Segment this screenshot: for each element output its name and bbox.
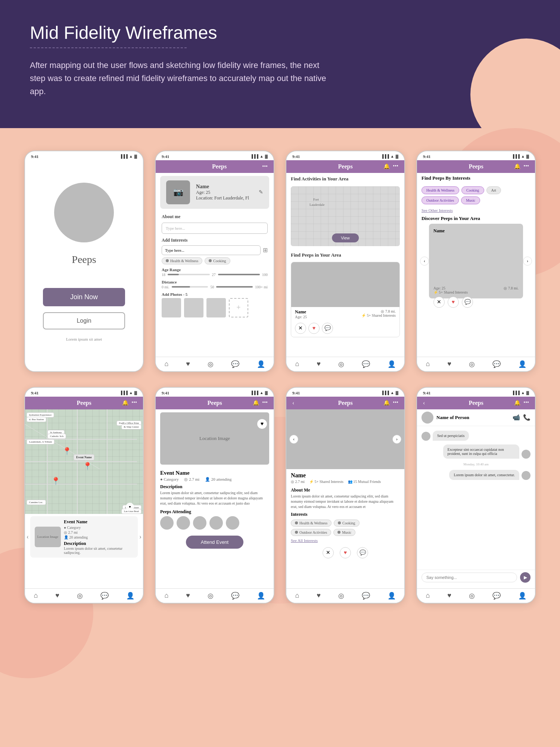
nav-chat-7[interactable]: 💬 [362,592,370,600]
user-tag-cooking[interactable]: Cooking [334,520,359,527]
event-carousel-left[interactable]: ‹ [27,533,29,541]
join-now-button[interactable]: Join Now [43,288,125,306]
phone-call-icon[interactable]: 📞 [523,414,531,421]
more-icon-5[interactable]: ••• [131,400,137,406]
nav-chat-4[interactable]: 💬 [492,360,501,368]
bell-icon-8[interactable]: 🔔 [514,400,520,406]
bell-icon-3[interactable]: 🔔 [383,163,390,170]
nav-location-6[interactable]: ◎ [208,592,214,600]
event-like-btn[interactable]: ♥ [257,419,267,429]
nav-person-8[interactable]: 👤 [518,592,526,600]
nav-heart-3[interactable]: ♥ [317,360,321,368]
dist-track[interactable] [172,286,208,288]
nav-location-7[interactable]: ◎ [338,592,344,600]
edit-icon[interactable]: ✎ [259,189,263,195]
nav-location-8[interactable]: ◎ [469,592,475,600]
age-range-track-2[interactable] [218,274,260,275]
nav-heart-7[interactable]: ♥ [317,592,321,599]
filter-cooking[interactable]: Cooking [461,186,484,194]
about-input[interactable]: Type here... [162,223,268,234]
nav-home-6[interactable]: ⌂ [164,592,168,599]
nav-person-4[interactable]: 👤 [518,360,526,368]
nav-home-3[interactable]: ⌂ [295,360,299,368]
nav-chat-6[interactable]: 💬 [231,592,239,600]
dist-track-2[interactable] [216,286,253,288]
nav-person-2[interactable]: 👤 [257,360,265,368]
nav-location-2[interactable]: ◎ [208,360,214,368]
bell-icon-7[interactable]: 🔔 [383,400,390,406]
carousel-like-btn[interactable]: ♥ [448,297,459,308]
nav-home-4[interactable]: ⌂ [426,360,430,368]
nav-home-2[interactable]: ⌂ [164,360,168,368]
more-icon-6[interactable]: ••• [262,400,268,406]
photo-thumb-1[interactable] [162,298,181,317]
see-all-interests[interactable]: See All Interests [286,537,404,543]
nav-location-5[interactable]: ◎ [77,592,83,600]
filter-health[interactable]: Health & Wellness [421,186,459,194]
see-other-interests[interactable]: See Other Interests [417,207,535,213]
interests-input[interactable]: Type here... [162,245,261,255]
bell-icon-6[interactable]: 🔔 [253,400,259,406]
video-call-icon[interactable]: 📹 [513,414,520,421]
carousel-dismiss-btn[interactable]: ✕ [433,297,445,308]
nav-chat-5[interactable]: 💬 [100,592,109,600]
profile-camera-placeholder[interactable]: 📷 [166,180,190,204]
nav-location-3[interactable]: ◎ [338,360,344,368]
map-view-btn[interactable]: View [332,233,359,242]
more-icon-7[interactable]: ••• [393,400,398,406]
nav-chat-3[interactable]: 💬 [362,360,370,368]
nav-person-3[interactable]: 👤 [388,360,396,368]
full-map[interactable]: hydration Experience d. Bus Station FedE… [25,409,143,514]
chat-input[interactable] [421,573,517,582]
more-icon-3[interactable]: ••• [393,163,398,170]
carousel-arrow-right[interactable]: › [523,257,532,266]
bell-icon-5[interactable]: 🔔 [122,400,128,406]
add-interests-icon[interactable]: ⊞ [263,247,268,254]
nav-location-4[interactable]: ◎ [469,360,475,368]
dismiss-btn-1[interactable]: ✕ [295,323,306,334]
nav-person-5[interactable]: 👤 [126,592,134,600]
tag-health[interactable]: Health & Wellness [162,257,202,264]
more-icon-8[interactable]: ••• [523,400,529,406]
attend-event-btn[interactable]: Attend Event [186,536,243,549]
user-tag-music[interactable]: Music [333,529,355,536]
user-msg-btn[interactable]: 💬 [357,547,368,558]
more-icon-2[interactable]: ••• [262,164,268,170]
nav-heart-6[interactable]: ♥ [186,592,190,599]
header-back-8[interactable]: ‹ [423,400,438,406]
nav-person-6[interactable]: 👤 [257,592,265,600]
nav-heart-4[interactable]: ♥ [447,360,451,368]
nav-person-7[interactable]: 👤 [388,592,396,600]
like-btn-1[interactable]: ♥ [308,323,320,334]
nav-heart-8[interactable]: ♥ [447,592,451,599]
map-heart-btn[interactable]: ♥ [126,503,134,511]
login-button[interactable]: Login [43,312,125,329]
chat-send-btn[interactable]: ▶ [520,572,531,583]
event-carousel-right[interactable]: › [139,533,141,541]
profile-arrow-right[interactable]: › [392,435,401,444]
carousel-msg-btn[interactable]: 💬 [462,297,473,308]
profile-arrow-left[interactable]: ‹ [289,435,298,444]
age-range-track[interactable] [168,274,210,275]
photo-thumb-3[interactable] [206,298,226,317]
filter-outdoor[interactable]: Outdoor Activities [421,196,459,204]
user-dismiss-btn[interactable]: ✕ [323,547,334,558]
user-tag-health[interactable]: Health & Wellness [291,520,332,527]
photo-thumb-2[interactable] [184,298,203,317]
map-area[interactable]: Fort Lauderdale View [291,186,400,246]
nav-chat-8[interactable]: 💬 [492,592,501,600]
user-like-btn[interactable]: ♥ [340,547,351,558]
header-back-7[interactable]: ‹ [292,400,307,406]
user-tag-outdoor[interactable]: Outdoor Activities [291,529,331,536]
more-icon-4[interactable]: ••• [523,163,529,170]
nav-chat-2[interactable]: 💬 [231,360,239,368]
carousel-arrow-left[interactable]: ‹ [420,257,429,266]
nav-home-7[interactable]: ⌂ [295,592,299,599]
bell-icon-4[interactable]: 🔔 [514,163,520,170]
msg-btn-1[interactable]: 💬 [322,323,333,334]
filter-art[interactable]: Art [486,186,501,194]
nav-home-5[interactable]: ⌂ [34,592,38,599]
nav-home-8[interactable]: ⌂ [426,592,430,599]
photo-add-btn[interactable]: + [229,298,248,317]
nav-heart-2[interactable]: ♥ [186,360,190,368]
